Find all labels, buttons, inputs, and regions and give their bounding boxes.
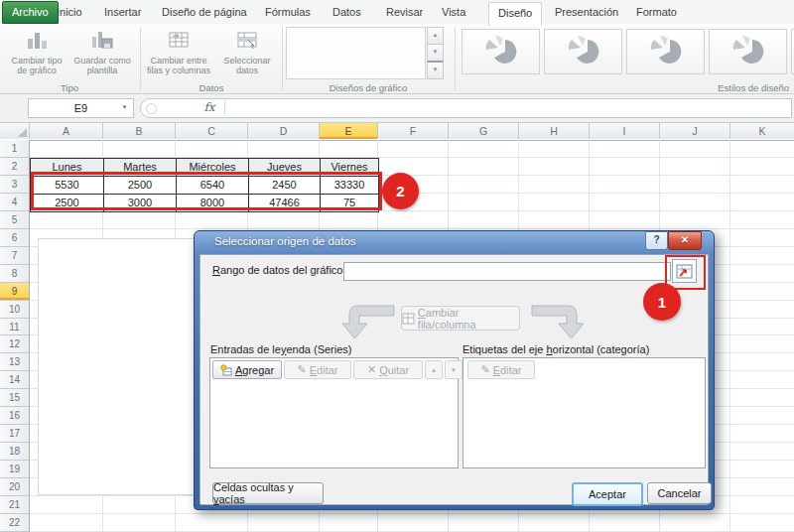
chart-style-thumb-3[interactable]	[626, 29, 705, 74]
row-header-13[interactable]: 13	[0, 353, 29, 371]
formula-input[interactable]: fx	[140, 98, 792, 118]
row-header-20[interactable]: 20	[0, 478, 29, 496]
switch-row-column-button[interactable]: Cambiar fila/columna	[401, 306, 520, 331]
gallery-more-button[interactable]: ▼	[427, 61, 444, 79]
row-header-1[interactable]: 1	[0, 140, 29, 158]
group-divider	[282, 27, 283, 90]
insert-function-icon[interactable]: fx	[198, 99, 220, 117]
remove-series-button[interactable]: ✕ Quitar	[353, 360, 423, 379]
col-header-b[interactable]: B	[103, 123, 176, 139]
range-label-text: ango de datos del gráfico:	[220, 264, 346, 276]
col-header-j[interactable]: J	[660, 123, 730, 139]
tab-inicio[interactable]: Inicio	[48, 2, 91, 23]
row-header-4[interactable]: 4	[0, 194, 29, 211]
row-header-14[interactable]: 14	[0, 371, 29, 389]
edit-series-button[interactable]: ✎ Editar	[284, 360, 351, 379]
move-series-down-button[interactable]: ▼	[445, 360, 463, 379]
chart-save-icon	[69, 28, 135, 54]
row-header-22[interactable]: 22	[0, 514, 29, 532]
col-header-d[interactable]: D	[248, 123, 320, 139]
chart-style-thumb-1[interactable]	[462, 29, 540, 74]
save-as-template-button[interactable]: Guardar como plantilla	[69, 27, 135, 81]
select-all-corner[interactable]	[0, 123, 30, 139]
tab-diseno-de-pagina[interactable]: Diseño de página	[153, 2, 256, 23]
legend-entries-listbox[interactable]: Agregar ✎ Editar ✕ Quitar ▲ ▼	[209, 357, 459, 468]
group-label-estilos-de-diseno: Estilos de diseño	[457, 82, 789, 93]
chart-data-range-input[interactable]	[343, 262, 671, 281]
row-header-10[interactable]: 10	[0, 301, 29, 319]
tab-formato[interactable]: Formato	[627, 2, 686, 23]
group-divider	[140, 27, 141, 90]
range-label-hotkey: R	[212, 264, 220, 276]
legend-entries-toolbar: Agregar ✎ Editar ✕ Quitar ▲ ▼	[212, 360, 463, 379]
col-header-c[interactable]: C	[176, 123, 248, 139]
edit-axis-labels-button[interactable]: ✎ Editar	[467, 360, 535, 379]
formula-bar: E9 ▼ fx	[0, 94, 794, 123]
row-header-2[interactable]: 2	[0, 158, 29, 176]
tab-vista[interactable]: Vista	[433, 2, 474, 23]
row-header-6[interactable]: 6	[0, 229, 29, 247]
tab-revisar[interactable]: Revisar	[377, 2, 432, 23]
chart-style-thumb-2[interactable]	[544, 29, 622, 74]
col-header-f[interactable]: F	[378, 123, 449, 139]
add-series-button[interactable]: Agregar	[212, 360, 282, 379]
axis-labels-toolbar: ✎ Editar	[467, 360, 535, 379]
move-series-up-button[interactable]: ▲	[425, 360, 443, 379]
chart-data-range-label: Rango de datos del gráfico:	[212, 264, 346, 276]
switch-button-text: ambiar fila/columna	[418, 307, 476, 331]
row-header-8[interactable]: 8	[0, 265, 29, 283]
pie-style-icon	[562, 34, 605, 69]
hidden-and-empty-cells-button[interactable]: Celdas ocultas y vacías	[212, 482, 324, 504]
switch-row-column-icon	[402, 313, 415, 325]
chart-layouts-gallery[interactable]	[286, 27, 426, 79]
switch-row-column-label: Cambiar entre filas y columnas	[147, 56, 210, 75]
empty-chart-area[interactable]	[38, 238, 210, 495]
annotation-box-data-rows	[31, 172, 382, 210]
gallery-up-button[interactable]: ▲	[427, 27, 444, 45]
gallery-down-button[interactable]: ▼	[427, 44, 444, 62]
tab-formulas[interactable]: Fórmulas	[256, 2, 320, 23]
row-header-17[interactable]: 17	[0, 425, 29, 443]
accept-button[interactable]: Aceptar	[572, 482, 643, 506]
tab-insertar[interactable]: Insertar	[95, 2, 150, 23]
dialog-content: Rango de datos del gráfico: 1 Cambiar fi…	[199, 254, 709, 505]
row-header-11[interactable]: 11	[0, 319, 29, 336]
row-header-12[interactable]: 12	[0, 335, 29, 353]
row-header-16[interactable]: 16	[0, 407, 29, 425]
select-data-ribbon-button[interactable]: Seleccionar datos	[216, 27, 278, 81]
switch-row-column-ribbon-button[interactable]: Cambiar entre filas y columnas	[145, 27, 212, 81]
col-header-a[interactable]: A	[30, 123, 103, 139]
switch-button-hotkey: C	[418, 307, 426, 319]
dialog-close-button[interactable]: ✕	[668, 231, 702, 250]
curved-arrow-right-icon	[530, 301, 588, 340]
tab-diseno-active[interactable]: Diseño	[488, 2, 542, 26]
ribbon-tab-bar: Archivo Inicio Insertar Diseño de página…	[0, 0, 794, 25]
bar-chart-icon	[6, 28, 67, 54]
pie-style-icon	[479, 34, 523, 69]
tab-presentacion[interactable]: Presentación	[546, 2, 627, 23]
row-header-9-selected[interactable]: 9	[0, 283, 29, 301]
col-header-i[interactable]: I	[590, 123, 660, 139]
change-chart-type-button[interactable]: Cambiar tipo de gráfico	[6, 27, 67, 81]
axis-labels-listbox[interactable]: ✎ Editar	[463, 357, 706, 468]
row-header-15[interactable]: 15	[0, 389, 29, 407]
formula-divider	[224, 101, 225, 115]
dialog-help-button[interactable]: ?	[645, 231, 668, 250]
tab-datos[interactable]: Datos	[324, 2, 370, 23]
col-header-e-selected[interactable]: E	[320, 123, 378, 139]
col-header-k[interactable]: K	[730, 123, 794, 139]
row-header-5[interactable]: 5	[0, 211, 29, 229]
row-header-3[interactable]: 3	[0, 176, 29, 194]
col-header-g[interactable]: G	[449, 123, 519, 139]
annotation-badge-1: 1	[643, 283, 681, 321]
name-box-dropdown-icon[interactable]: ▼	[117, 98, 132, 116]
row-header-21[interactable]: 21	[0, 496, 29, 514]
row-header-19[interactable]: 19	[0, 461, 29, 478]
collapse-formula-icon[interactable]	[146, 103, 157, 114]
row-header-7[interactable]: 7	[0, 247, 29, 265]
edit-icon: ✎	[481, 363, 490, 376]
col-header-h[interactable]: H	[519, 123, 590, 139]
row-header-18[interactable]: 18	[0, 443, 29, 461]
cancel-button[interactable]: Cancelar	[647, 482, 712, 504]
chart-style-thumb-4[interactable]	[709, 29, 787, 74]
